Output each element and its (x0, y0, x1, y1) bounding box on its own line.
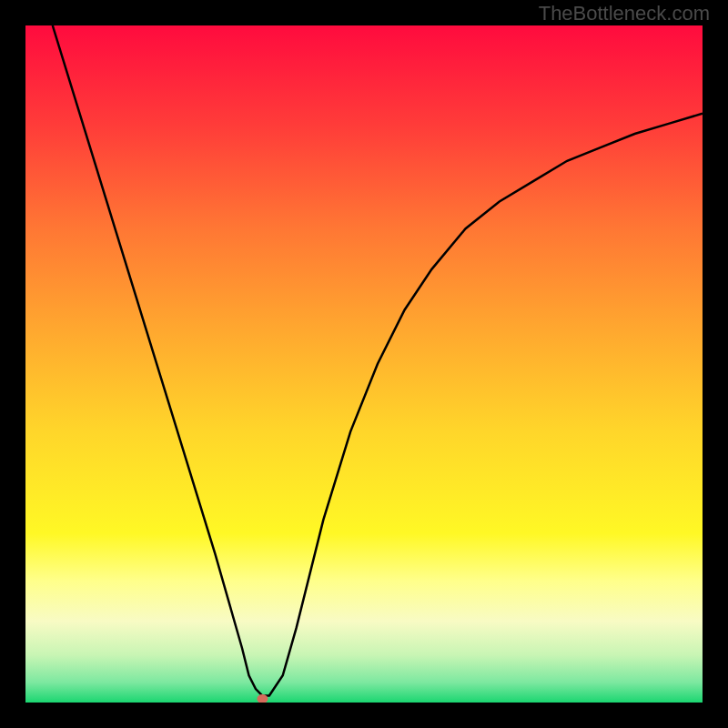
gradient-background (25, 25, 703, 703)
watermark-text: TheBottleneck.com (539, 2, 710, 25)
plot-area (25, 25, 703, 703)
chart-container (25, 25, 703, 703)
svg-rect-0 (25, 25, 703, 703)
